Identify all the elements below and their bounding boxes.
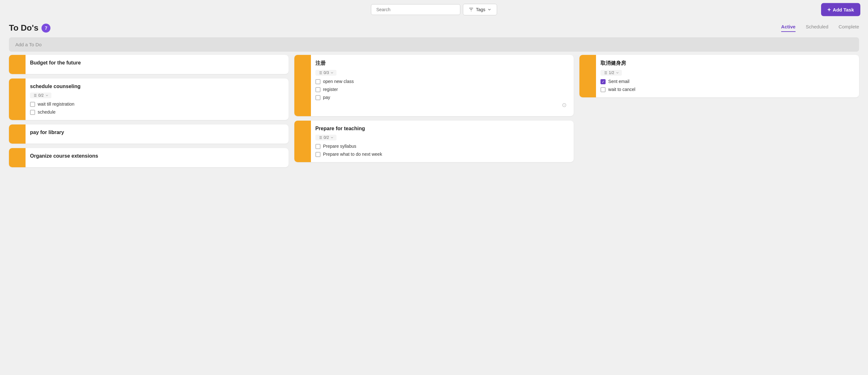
card-accent xyxy=(294,121,311,162)
card-accent xyxy=(294,55,311,116)
subtask-count[interactable]: 1/2 xyxy=(600,70,622,75)
subtask-label: register xyxy=(323,87,338,92)
card-body: schedule counseling 0/2 wait till regist… xyxy=(26,79,288,120)
subtask-item: Prepare syllabus xyxy=(315,144,569,149)
card-budget: Budget for the future xyxy=(9,55,288,74)
add-task-label: Add Task xyxy=(833,7,854,12)
card-title: schedule counseling xyxy=(30,84,284,89)
subtask-checkbox[interactable] xyxy=(30,110,35,115)
subtask-count-text: 0/3 xyxy=(324,70,329,75)
chevron-icon xyxy=(616,71,619,75)
subtask-label: wait to cancel xyxy=(608,87,635,92)
card-body: Budget for the future xyxy=(26,55,288,74)
list-icon xyxy=(603,70,608,75)
page-title-row: To Do's 7 xyxy=(9,23,51,33)
subtask-checkbox[interactable] xyxy=(315,95,320,100)
tags-button[interactable]: Tags xyxy=(463,4,497,15)
chevron-icon xyxy=(330,136,334,139)
card-register: 注册 0/3 open new class register xyxy=(294,55,574,116)
add-task-button[interactable]: + Add Task xyxy=(821,3,860,16)
subtask-list: wait till registration schedule xyxy=(30,101,284,115)
column-1: Budget for the future schedule counselin… xyxy=(9,55,288,167)
card-title: 取消健身房 xyxy=(600,60,855,67)
card-title: pay for library xyxy=(30,130,284,135)
card-body: 注册 0/3 open new class register xyxy=(311,55,574,116)
list-icon xyxy=(33,93,37,98)
chevron-down-icon xyxy=(487,7,492,12)
subtask-label: pay xyxy=(323,95,331,100)
card-course: Organize course extensions xyxy=(9,148,288,167)
subtask-item: pay xyxy=(315,95,569,100)
subtask-checkbox[interactable] xyxy=(30,102,35,107)
card-body: 取消健身房 1/2 ✓ Sent email wait to cancel xyxy=(596,55,859,97)
card-footer: ⊙ xyxy=(315,100,569,111)
subtask-checkbox[interactable] xyxy=(315,152,320,157)
search-input[interactable] xyxy=(371,4,460,15)
subtask-count[interactable]: 0/2 xyxy=(30,93,52,98)
subtask-list: open new class register pay xyxy=(315,79,569,100)
subtask-label: Prepare what to do next week xyxy=(323,152,382,157)
subtask-label: Sent email xyxy=(608,79,629,84)
subtask-label: Prepare syllabus xyxy=(323,144,356,149)
todo-count-badge: 7 xyxy=(41,24,51,33)
column-3: 取消健身房 1/2 ✓ Sent email wait to cancel xyxy=(580,55,859,97)
subtask-item: open new class xyxy=(315,79,569,84)
card-accent xyxy=(9,79,26,120)
subtask-label: open new class xyxy=(323,79,354,84)
plus-icon: + xyxy=(828,6,831,13)
card-title: Budget for the future xyxy=(30,60,284,66)
page-header: To Do's 7 Active Scheduled Complete xyxy=(0,19,868,33)
page-title: To Do's xyxy=(9,23,38,33)
add-todo-bar[interactable]: Add a To Do xyxy=(9,37,859,52)
subtask-checkbox[interactable] xyxy=(315,144,320,149)
subtask-checkbox[interactable] xyxy=(315,87,320,92)
column-2: 注册 0/3 open new class register xyxy=(294,55,574,162)
header: Tags + Add Task xyxy=(0,0,868,19)
subtask-item: wait till registration xyxy=(30,101,284,107)
filter-icon xyxy=(468,7,474,12)
card-title: 注册 xyxy=(315,60,569,67)
subtask-label: schedule xyxy=(38,110,56,115)
card-counseling: schedule counseling 0/2 wait till regist… xyxy=(9,79,288,120)
tab-scheduled[interactable]: Scheduled xyxy=(806,24,829,32)
tab-complete[interactable]: Complete xyxy=(839,24,859,32)
card-body: pay for library xyxy=(26,124,288,144)
subtask-item: ✓ Sent email xyxy=(600,79,855,84)
subtask-label: wait till registration xyxy=(38,101,74,106)
card-teaching: Prepare for teaching 0/2 Prepare syllabu… xyxy=(294,121,574,162)
subtask-item: schedule xyxy=(30,110,284,115)
subtask-checkbox-checked[interactable]: ✓ xyxy=(600,79,606,84)
list-icon xyxy=(318,135,322,140)
subtask-item: Prepare what to do next week xyxy=(315,152,569,157)
tab-row: Active Scheduled Complete xyxy=(781,24,859,32)
tags-label: Tags xyxy=(476,7,486,12)
columns-container: Budget for the future schedule counselin… xyxy=(0,55,868,176)
subtask-checkbox[interactable] xyxy=(600,87,606,92)
subtask-count-text: 0/2 xyxy=(324,135,329,140)
subtask-count-text: 0/2 xyxy=(38,93,44,98)
subtask-checkbox[interactable] xyxy=(315,79,320,84)
card-title: Organize course extensions xyxy=(30,153,284,159)
card-accent xyxy=(9,124,26,144)
subtask-item: register xyxy=(315,87,569,92)
subtask-item: wait to cancel xyxy=(600,87,855,92)
card-accent xyxy=(9,148,26,167)
tab-active[interactable]: Active xyxy=(781,24,796,32)
chevron-icon xyxy=(330,71,334,75)
card-library: pay for library xyxy=(9,124,288,144)
link-icon: ⊙ xyxy=(562,101,567,108)
card-accent xyxy=(9,55,26,74)
list-icon xyxy=(318,70,322,75)
subtask-count[interactable]: 0/2 xyxy=(315,135,337,140)
card-gym: 取消健身房 1/2 ✓ Sent email wait to cancel xyxy=(580,55,859,97)
card-body: Organize course extensions xyxy=(26,148,288,167)
chevron-icon xyxy=(45,94,49,97)
subtask-list: ✓ Sent email wait to cancel xyxy=(600,79,855,92)
card-title: Prepare for teaching xyxy=(315,126,569,131)
card-body: Prepare for teaching 0/2 Prepare syllabu… xyxy=(311,121,574,162)
subtask-count-text: 1/2 xyxy=(609,70,614,75)
search-container: Tags xyxy=(371,4,497,15)
subtask-list: Prepare syllabus Prepare what to do next… xyxy=(315,144,569,157)
subtask-count[interactable]: 0/3 xyxy=(315,70,337,75)
card-accent xyxy=(580,55,596,97)
